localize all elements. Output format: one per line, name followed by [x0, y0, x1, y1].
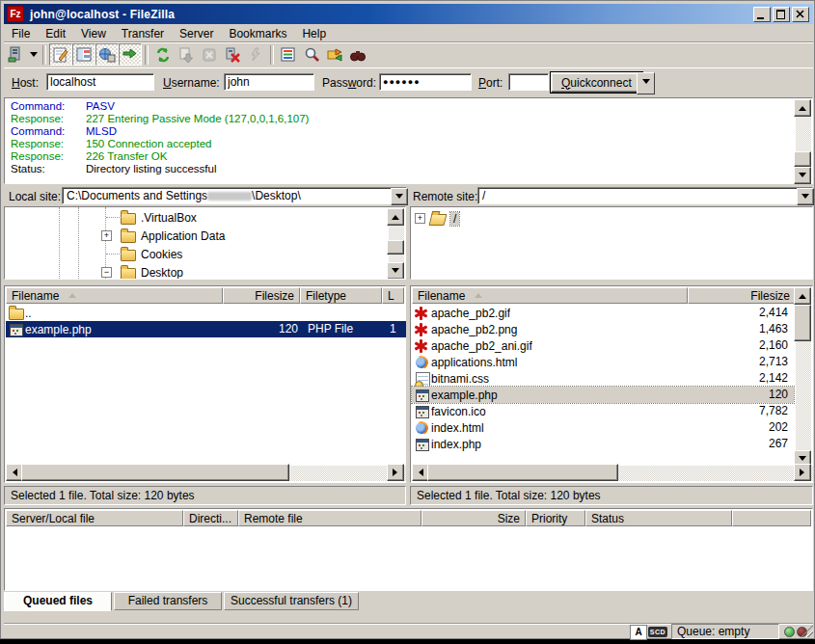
column-header-priority[interactable]: Priority [526, 510, 585, 526]
firefox-html-icon [415, 355, 431, 370]
file-row[interactable]: applications.html 2,713 [412, 354, 794, 370]
tab-successful-transfers[interactable]: Successful transfers (1) [224, 592, 359, 610]
log-scroll-up-button[interactable] [794, 99, 811, 117]
toggle-local-tree-button[interactable] [72, 43, 95, 66]
menu-bookmarks[interactable]: Bookmarks [221, 26, 294, 41]
folder-icon [121, 228, 137, 244]
log-scroll-down-button[interactable] [794, 167, 811, 184]
toggle-transfer-queue-button[interactable] [119, 43, 142, 66]
host-input[interactable] [46, 73, 154, 91]
php-file-icon [415, 437, 431, 452]
column-header-direction[interactable]: Directi... [183, 510, 238, 526]
column-header-lastmodified[interactable]: L [382, 287, 404, 304]
cancel-operation-button[interactable] [198, 43, 221, 66]
column-header-filename[interactable]: Filename [412, 287, 688, 304]
toggle-remote-tree-button[interactable] [95, 43, 119, 66]
reconnect-button[interactable] [244, 43, 267, 66]
scd-indicator-icon[interactable]: SCD [648, 627, 667, 637]
file-row-updir[interactable]: .. [6, 305, 406, 321]
file-row[interactable]: apache_pb2.gif 2,414 [412, 305, 794, 321]
site-manager-dropdown-button[interactable] [27, 43, 40, 66]
column-header-filetype[interactable]: Filetype [300, 287, 382, 304]
file-row[interactable]: bitnami.css 2,142 [412, 370, 794, 387]
sort-ascending-icon [68, 293, 76, 298]
binoculars-icon [349, 46, 367, 64]
tree-scroll-down-button[interactable] [387, 262, 404, 280]
tab-failed-transfers[interactable]: Failed transfers [114, 592, 222, 610]
menu-edit[interactable]: Edit [38, 26, 73, 41]
password-input[interactable] [379, 73, 472, 91]
port-input[interactable] [508, 73, 549, 91]
tree-item-cookies[interactable]: Cookies [121, 245, 182, 263]
disconnect-button[interactable] [221, 43, 244, 66]
local-site-dropdown-button[interactable] [391, 188, 408, 205]
minimize-button[interactable] [753, 7, 771, 22]
tree-item-desktop[interactable]: Desktop [121, 263, 183, 280]
file-row[interactable]: index.html 202 [412, 419, 794, 436]
directory-listing-filters-button[interactable] [277, 43, 300, 66]
file-row-selected[interactable]: example.php 120 PHP File 1 [6, 321, 406, 337]
column-header-size[interactable]: Size [421, 510, 526, 526]
folder-icon [9, 306, 25, 321]
hscrollbar-thumb[interactable] [21, 464, 289, 481]
column-header-server-local-file[interactable]: Server/Local file [6, 510, 183, 526]
menu-view[interactable]: View [73, 26, 114, 41]
column-header-filesize[interactable]: Filesize [688, 287, 796, 304]
column-header-status[interactable]: Status [585, 510, 732, 526]
log-scrollbar-thumb[interactable] [794, 151, 811, 167]
close-icon [796, 10, 804, 18]
tree-scroll-up-button[interactable] [387, 208, 404, 226]
menu-transfer[interactable]: Transfer [114, 26, 172, 41]
column-header-remote-file[interactable]: Remote file [238, 510, 421, 526]
folder-icon [121, 210, 137, 226]
tree-item-root[interactable]: + / [415, 209, 459, 228]
filezilla-window: Fz john@localhost - FileZilla File Edit … [0, 0, 815, 639]
file-row[interactable]: index.php 267 [412, 436, 794, 452]
tree-scrollbar-thumb[interactable] [387, 240, 404, 255]
tab-queued-files[interactable]: Queued files [4, 592, 112, 611]
local-site-combobox[interactable]: C:\Documents and Settings\Desktop\ [62, 187, 407, 204]
tree-item-application-data[interactable]: Application Data [121, 227, 225, 245]
remote-site-dropdown-button[interactable] [797, 188, 814, 205]
refresh-button[interactable] [151, 43, 175, 66]
menu-server[interactable]: Server [172, 26, 221, 41]
process-queue-button[interactable] [175, 43, 198, 66]
column-header-blank[interactable] [732, 510, 811, 526]
arrow-left-icon [9, 469, 17, 476]
directory-comparison-button[interactable] [323, 43, 346, 66]
column-header-filesize[interactable]: Filesize [223, 287, 300, 304]
expand-plus-icon[interactable]: + [415, 213, 425, 224]
menu-help[interactable]: Help [294, 26, 334, 41]
file-row[interactable]: apache_pb2_ani.gif 2,160 [412, 337, 794, 354]
menu-file[interactable]: File [4, 26, 38, 41]
column-header-filename[interactable]: Filename [6, 287, 223, 304]
quickconnect-dropdown-button[interactable] [637, 72, 655, 94]
site-manager-button[interactable] [4, 43, 27, 66]
file-search-button[interactable] [300, 43, 323, 66]
scroll-right-button[interactable] [794, 464, 811, 481]
tree-item-virtualbox[interactable]: .VirtualBox [121, 208, 197, 227]
maximize-button[interactable] [773, 7, 790, 22]
scroll-up-button[interactable] [794, 287, 811, 305]
username-input[interactable] [224, 73, 314, 91]
titlebar[interactable]: Fz john@localhost - FileZilla [4, 4, 813, 24]
file-row-selected[interactable]: example.php 120 [412, 387, 794, 403]
tree-guide [78, 207, 79, 280]
remote-site-combobox[interactable]: / [477, 187, 813, 204]
file-row[interactable]: apache_pb2.png 1,463 [412, 321, 794, 337]
tree-guide [59, 207, 60, 280]
expand-minus-icon[interactable]: − [101, 267, 112, 278]
dropdown-arrow-icon [801, 194, 809, 202]
datatype-ascii-icon[interactable]: A [630, 625, 647, 640]
vscrollbar-thumb[interactable] [794, 305, 811, 341]
maximize-icon [776, 10, 785, 19]
toggle-message-log-button[interactable] [49, 43, 72, 66]
synchronized-browsing-button[interactable] [346, 43, 369, 66]
expand-plus-icon[interactable]: + [101, 230, 112, 241]
quickconnect-button[interactable]: Quickconnect [551, 72, 642, 93]
menubar: File Edit View Transfer Server Bookmarks… [4, 25, 813, 42]
close-button[interactable] [792, 7, 809, 22]
scroll-right-button[interactable] [387, 464, 404, 481]
hscrollbar-thumb[interactable] [427, 464, 618, 481]
file-row[interactable]: favicon.ico 7,782 [412, 403, 794, 419]
